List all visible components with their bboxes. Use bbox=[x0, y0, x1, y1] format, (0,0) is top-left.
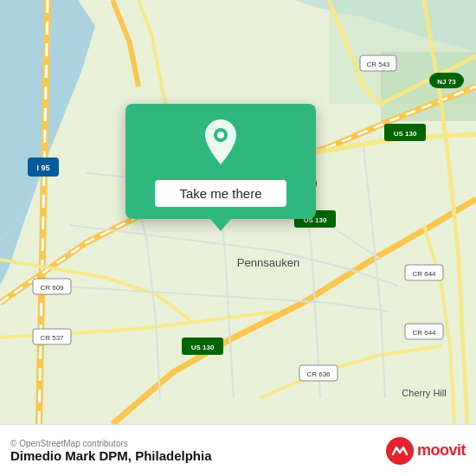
map-attribution: © OpenStreetMap contributors bbox=[10, 439, 386, 448]
svg-text:CR 636: CR 636 bbox=[306, 370, 331, 378]
map-container: I 95 NJ 90 US 130 US 130 CR 543 NJ 73 US… bbox=[0, 0, 476, 424]
bottom-text-group: © OpenStreetMap contributors Dimedio Mar… bbox=[10, 439, 386, 463]
svg-text:CR 609: CR 609 bbox=[40, 284, 64, 292]
svg-text:CR 537: CR 537 bbox=[40, 334, 64, 342]
svg-text:Pennsauken: Pennsauken bbox=[237, 256, 299, 269]
svg-text:I 95: I 95 bbox=[36, 164, 49, 172]
moovit-text: moovit bbox=[417, 441, 466, 460]
moovit-icon bbox=[386, 437, 414, 465]
location-icon bbox=[202, 119, 240, 168]
svg-text:Cherry Hill: Cherry Hill bbox=[402, 388, 446, 398]
svg-text:CR 644: CR 644 bbox=[412, 270, 436, 278]
svg-point-30 bbox=[217, 132, 224, 138]
svg-text:NJ 73: NJ 73 bbox=[437, 78, 456, 86]
bottom-bar: © OpenStreetMap contributors Dimedio Mar… bbox=[0, 424, 476, 476]
svg-text:US 130: US 130 bbox=[394, 130, 417, 138]
svg-text:CR 543: CR 543 bbox=[366, 61, 390, 68]
moovit-logo: moovit bbox=[386, 437, 466, 465]
svg-text:US 130: US 130 bbox=[191, 344, 215, 351]
popup-card: Take me there bbox=[125, 104, 316, 219]
svg-text:CR 644: CR 644 bbox=[412, 329, 436, 337]
take-me-there-button[interactable]: Take me there bbox=[155, 180, 286, 207]
place-title: Dimedio Mark DPM, Philadelphia bbox=[10, 448, 386, 463]
